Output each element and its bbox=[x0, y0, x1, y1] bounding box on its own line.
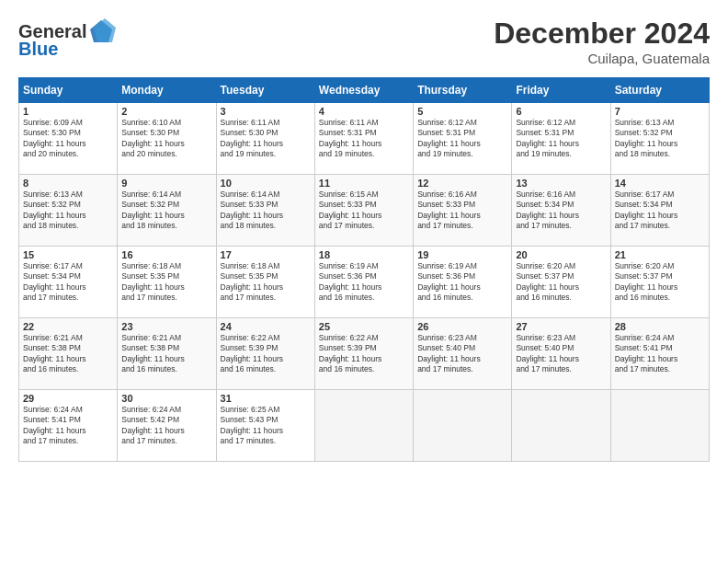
day-info: Sunrise: 6:16 AM Sunset: 5:33 PM Dayligh… bbox=[417, 190, 507, 232]
month-title: December 2024 bbox=[494, 17, 710, 51]
day-info: Sunrise: 6:17 AM Sunset: 5:34 PM Dayligh… bbox=[23, 261, 113, 304]
day-number: 5 bbox=[417, 106, 507, 117]
day-number: 16 bbox=[121, 249, 211, 260]
day-number: 28 bbox=[615, 321, 705, 332]
calendar-cell: 30Sunrise: 6:24 AM Sunset: 5:42 PM Dayli… bbox=[118, 390, 216, 462]
calendar-cell: 31Sunrise: 6:25 AM Sunset: 5:43 PM Dayli… bbox=[216, 390, 314, 462]
calendar-cell: 12Sunrise: 6:16 AM Sunset: 5:33 PM Dayli… bbox=[414, 175, 512, 247]
day-info: Sunrise: 6:13 AM Sunset: 5:32 PM Dayligh… bbox=[23, 190, 113, 232]
day-number: 11 bbox=[319, 178, 409, 189]
calendar-cell bbox=[414, 390, 512, 462]
day-number: 12 bbox=[417, 178, 507, 189]
day-info: Sunrise: 6:18 AM Sunset: 5:35 PM Dayligh… bbox=[121, 261, 211, 304]
calendar-cell: 18Sunrise: 6:19 AM Sunset: 5:36 PM Dayli… bbox=[314, 247, 413, 318]
calendar-week-3: 15Sunrise: 6:17 AM Sunset: 5:34 PM Dayli… bbox=[19, 247, 710, 318]
calendar-cell bbox=[512, 390, 610, 462]
day-number: 1 bbox=[23, 106, 113, 117]
day-info: Sunrise: 6:16 AM Sunset: 5:34 PM Dayligh… bbox=[516, 190, 606, 232]
day-number: 17 bbox=[221, 249, 311, 260]
header: General Blue December 2024 Cuilapa, Guat… bbox=[18, 17, 710, 66]
day-info: Sunrise: 6:15 AM Sunset: 5:33 PM Dayligh… bbox=[319, 190, 409, 232]
day-number: 13 bbox=[516, 178, 606, 189]
day-info: Sunrise: 6:11 AM Sunset: 5:30 PM Dayligh… bbox=[221, 118, 311, 160]
calendar-cell: 4Sunrise: 6:11 AM Sunset: 5:31 PM Daylig… bbox=[314, 103, 413, 175]
col-sunday: Sunday bbox=[19, 78, 118, 103]
calendar-cell: 20Sunrise: 6:20 AM Sunset: 5:37 PM Dayli… bbox=[512, 247, 610, 318]
day-number: 25 bbox=[319, 321, 409, 332]
calendar-week-1: 1Sunrise: 6:09 AM Sunset: 5:30 PM Daylig… bbox=[19, 103, 710, 175]
calendar-cell: 6Sunrise: 6:12 AM Sunset: 5:31 PM Daylig… bbox=[512, 103, 610, 175]
day-info: Sunrise: 6:20 AM Sunset: 5:37 PM Dayligh… bbox=[615, 261, 705, 304]
day-info: Sunrise: 6:14 AM Sunset: 5:33 PM Dayligh… bbox=[221, 190, 311, 232]
day-number: 30 bbox=[121, 393, 211, 404]
calendar-cell: 13Sunrise: 6:16 AM Sunset: 5:34 PM Dayli… bbox=[512, 175, 610, 247]
calendar-cell: 1Sunrise: 6:09 AM Sunset: 5:30 PM Daylig… bbox=[19, 103, 118, 175]
day-info: Sunrise: 6:10 AM Sunset: 5:30 PM Dayligh… bbox=[121, 118, 211, 160]
day-number: 29 bbox=[23, 393, 113, 404]
day-info: Sunrise: 6:25 AM Sunset: 5:43 PM Dayligh… bbox=[221, 405, 311, 447]
col-monday: Monday bbox=[118, 78, 216, 103]
day-number: 27 bbox=[516, 321, 606, 332]
col-friday: Friday bbox=[512, 78, 610, 103]
calendar-cell: 26Sunrise: 6:23 AM Sunset: 5:40 PM Dayli… bbox=[414, 318, 512, 390]
calendar-cell: 29Sunrise: 6:24 AM Sunset: 5:41 PM Dayli… bbox=[19, 390, 118, 462]
calendar-cell: 7Sunrise: 6:13 AM Sunset: 5:32 PM Daylig… bbox=[610, 103, 709, 175]
day-info: Sunrise: 6:19 AM Sunset: 5:36 PM Dayligh… bbox=[417, 261, 507, 304]
day-info: Sunrise: 6:12 AM Sunset: 5:31 PM Dayligh… bbox=[417, 118, 507, 160]
calendar-cell bbox=[314, 390, 413, 462]
day-info: Sunrise: 6:21 AM Sunset: 5:38 PM Dayligh… bbox=[121, 333, 211, 375]
calendar-cell: 9Sunrise: 6:14 AM Sunset: 5:32 PM Daylig… bbox=[118, 175, 216, 247]
day-number: 3 bbox=[221, 106, 311, 117]
calendar-cell: 24Sunrise: 6:22 AM Sunset: 5:39 PM Dayli… bbox=[216, 318, 314, 390]
calendar-cell: 22Sunrise: 6:21 AM Sunset: 5:38 PM Dayli… bbox=[19, 318, 118, 390]
calendar-cell: 15Sunrise: 6:17 AM Sunset: 5:34 PM Dayli… bbox=[19, 247, 118, 318]
calendar-cell: 2Sunrise: 6:10 AM Sunset: 5:30 PM Daylig… bbox=[118, 103, 216, 175]
day-number: 9 bbox=[121, 178, 211, 189]
day-info: Sunrise: 6:23 AM Sunset: 5:40 PM Dayligh… bbox=[417, 333, 507, 375]
day-info: Sunrise: 6:21 AM Sunset: 5:38 PM Dayligh… bbox=[23, 333, 113, 375]
calendar-week-2: 8Sunrise: 6:13 AM Sunset: 5:32 PM Daylig… bbox=[19, 175, 710, 247]
day-number: 15 bbox=[23, 249, 113, 260]
day-info: Sunrise: 6:23 AM Sunset: 5:40 PM Dayligh… bbox=[516, 333, 606, 375]
calendar-cell: 28Sunrise: 6:24 AM Sunset: 5:41 PM Dayli… bbox=[610, 318, 709, 390]
day-info: Sunrise: 6:22 AM Sunset: 5:39 PM Dayligh… bbox=[221, 333, 311, 375]
header-row: Sunday Monday Tuesday Wednesday Thursday… bbox=[19, 78, 710, 103]
calendar-cell: 17Sunrise: 6:18 AM Sunset: 5:35 PM Dayli… bbox=[216, 247, 314, 318]
day-info: Sunrise: 6:12 AM Sunset: 5:31 PM Dayligh… bbox=[516, 118, 606, 160]
calendar-cell: 5Sunrise: 6:12 AM Sunset: 5:31 PM Daylig… bbox=[414, 103, 512, 175]
location: Cuilapa, Guatemala bbox=[494, 51, 710, 66]
day-info: Sunrise: 6:11 AM Sunset: 5:31 PM Dayligh… bbox=[319, 118, 409, 160]
day-info: Sunrise: 6:24 AM Sunset: 5:41 PM Dayligh… bbox=[615, 333, 705, 375]
day-number: 26 bbox=[417, 321, 507, 332]
day-number: 31 bbox=[221, 393, 311, 404]
logo: General Blue bbox=[18, 17, 116, 60]
day-number: 18 bbox=[319, 249, 409, 260]
day-info: Sunrise: 6:09 AM Sunset: 5:30 PM Dayligh… bbox=[23, 118, 113, 160]
calendar-cell: 16Sunrise: 6:18 AM Sunset: 5:35 PM Dayli… bbox=[118, 247, 216, 318]
day-info: Sunrise: 6:17 AM Sunset: 5:34 PM Dayligh… bbox=[615, 190, 705, 232]
col-thursday: Thursday bbox=[414, 78, 512, 103]
col-wednesday: Wednesday bbox=[314, 78, 413, 103]
logo-icon bbox=[86, 17, 116, 46]
col-saturday: Saturday bbox=[610, 78, 709, 103]
calendar-table: Sunday Monday Tuesday Wednesday Thursday… bbox=[18, 77, 710, 462]
day-number: 24 bbox=[221, 321, 311, 332]
calendar-cell bbox=[610, 390, 709, 462]
calendar-cell: 25Sunrise: 6:22 AM Sunset: 5:39 PM Dayli… bbox=[314, 318, 413, 390]
day-number: 20 bbox=[516, 249, 606, 260]
day-info: Sunrise: 6:13 AM Sunset: 5:32 PM Dayligh… bbox=[615, 118, 705, 160]
day-number: 21 bbox=[615, 249, 705, 260]
day-info: Sunrise: 6:22 AM Sunset: 5:39 PM Dayligh… bbox=[319, 333, 409, 375]
day-info: Sunrise: 6:24 AM Sunset: 5:41 PM Dayligh… bbox=[23, 405, 113, 447]
title-block: December 2024 Cuilapa, Guatemala bbox=[494, 17, 710, 66]
logo-blue: Blue bbox=[18, 39, 58, 60]
day-number: 22 bbox=[23, 321, 113, 332]
day-info: Sunrise: 6:20 AM Sunset: 5:37 PM Dayligh… bbox=[516, 261, 606, 304]
day-number: 19 bbox=[417, 249, 507, 260]
calendar-cell: 23Sunrise: 6:21 AM Sunset: 5:38 PM Dayli… bbox=[118, 318, 216, 390]
col-tuesday: Tuesday bbox=[216, 78, 314, 103]
calendar-cell: 11Sunrise: 6:15 AM Sunset: 5:33 PM Dayli… bbox=[314, 175, 413, 247]
day-number: 7 bbox=[615, 106, 705, 117]
calendar-cell: 3Sunrise: 6:11 AM Sunset: 5:30 PM Daylig… bbox=[216, 103, 314, 175]
day-info: Sunrise: 6:14 AM Sunset: 5:32 PM Dayligh… bbox=[121, 190, 211, 232]
